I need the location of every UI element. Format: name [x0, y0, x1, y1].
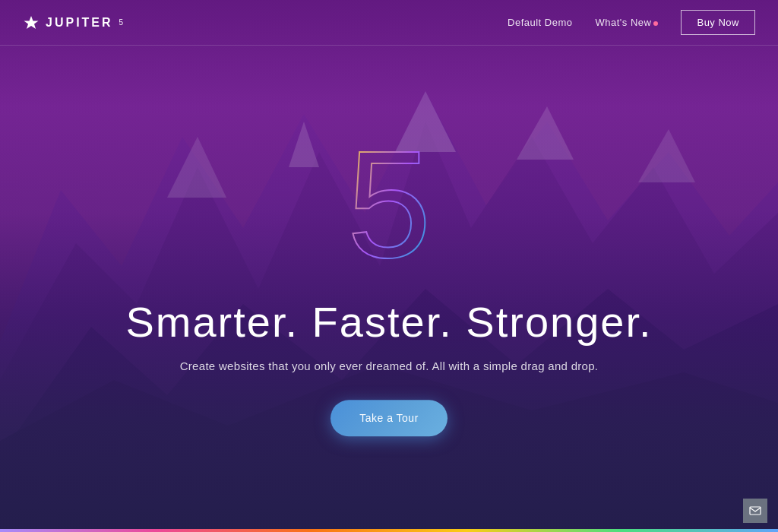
- svg-marker-11: [24, 16, 39, 29]
- whats-new-link[interactable]: What's New: [596, 17, 659, 28]
- new-dot-indicator: [653, 21, 658, 26]
- hero-subtext: Create websites that you only ever dream…: [123, 359, 655, 372]
- hero-headline: Smarter. Faster. Stronger.: [123, 299, 655, 346]
- bottom-gradient-bar: [0, 529, 778, 532]
- svg-rect-13: [750, 507, 761, 515]
- nav-links: Default Demo What's New Buy Now: [508, 10, 755, 35]
- big-number-container: 5: [123, 109, 655, 283]
- mail-icon: [749, 505, 761, 517]
- hero-section: JUPITER5 Default Demo What's New Buy Now: [0, 0, 778, 532]
- take-tour-button[interactable]: Take a Tour: [330, 400, 448, 436]
- star-icon: [23, 14, 40, 31]
- big-five-svg: 5: [313, 109, 465, 283]
- mail-icon-button[interactable]: [743, 499, 767, 523]
- buy-now-button[interactable]: Buy Now: [681, 10, 755, 35]
- navbar: JUPITER5 Default Demo What's New Buy Now: [0, 0, 778, 46]
- brand-version: 5: [119, 18, 124, 27]
- default-demo-link[interactable]: Default Demo: [508, 17, 572, 28]
- svg-text:5: 5: [346, 119, 431, 283]
- brand-logo[interactable]: JUPITER5: [23, 14, 123, 31]
- hero-content: 5 Smarter. Faster. Stronger. Create webs…: [123, 109, 655, 436]
- brand-name: JUPITER: [46, 16, 113, 30]
